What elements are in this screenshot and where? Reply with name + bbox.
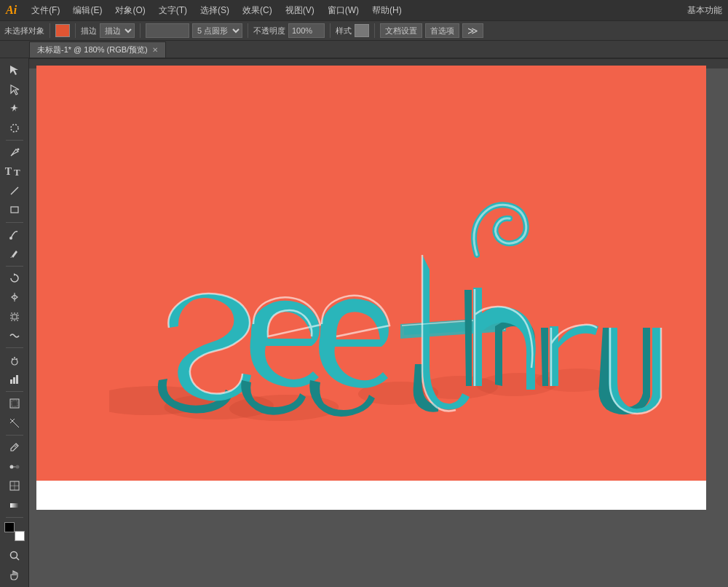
symbol-spray-tool-btn[interactable] <box>5 351 24 369</box>
bg-color-box[interactable] <box>15 531 25 541</box>
direct-select-tool-btn[interactable] <box>5 80 24 98</box>
menu-window[interactable]: 窗口(W) <box>322 3 365 18</box>
toolbar-sep-4 <box>248 23 248 38</box>
style-color-box[interactable] <box>355 24 369 37</box>
tool-sep-5 <box>6 391 23 392</box>
tab-name: 未标题-1* @ 180% (RGB/预览) <box>37 44 148 55</box>
eyedropper-tool-btn[interactable] <box>5 438 24 456</box>
chart-tool-btn[interactable] <box>5 371 24 388</box>
stroke-label: 描边 <box>81 25 97 36</box>
svg-rect-13 <box>10 379 12 384</box>
doc-settings-btn[interactable]: 文档设置 <box>380 23 422 38</box>
extra-btn[interactable]: ≫ <box>462 23 483 38</box>
menu-text[interactable]: 文字(T) <box>153 3 193 18</box>
tool-sep-2 <box>6 222 23 223</box>
main-area: T T <box>0 58 728 587</box>
stroke-select[interactable]: 描边 <box>100 23 135 38</box>
svg-rect-17 <box>12 401 17 406</box>
svg-point-20 <box>15 465 19 468</box>
menu-edit[interactable]: 编辑(E) <box>67 3 108 18</box>
pencil-tool-btn[interactable] <box>5 245 24 262</box>
svg-rect-7 <box>12 315 17 319</box>
tool-sep-4 <box>6 347 23 348</box>
text-tool-btn[interactable]: T T <box>5 162 24 180</box>
magic-wand-tool-btn[interactable] <box>5 100 24 117</box>
left-tool-panel: T T <box>0 58 29 587</box>
svg-point-0 <box>11 125 18 132</box>
menu-help[interactable]: 帮助(H) <box>366 3 408 18</box>
hand-tool-btn[interactable] <box>5 567 24 584</box>
scale-tool-btn[interactable] <box>5 307 24 325</box>
title-bar: Ai 文件(F) 编辑(E) 对象(O) 文字(T) 选择(S) 效果(C) 视… <box>0 0 728 20</box>
svg-point-9 <box>12 359 17 365</box>
toolbar-sep-1 <box>50 23 50 38</box>
svg-line-26 <box>16 557 19 560</box>
svg-point-19 <box>9 465 13 468</box>
svg-rect-24 <box>10 503 19 508</box>
select-tool-btn[interactable] <box>5 61 24 79</box>
menu-view[interactable]: 视图(V) <box>280 3 320 18</box>
menu-bar: 文件(F) 编辑(E) 对象(O) 文字(T) 选择(S) 效果(C) 视图(V… <box>25 3 678 18</box>
svg-point-12 <box>12 358 13 360</box>
artboard-tool-btn[interactable] <box>5 395 24 412</box>
mesh-tool-btn[interactable] <box>5 477 24 495</box>
stroke-shape-select[interactable]: 5 点圆形 <box>192 23 242 38</box>
preferences-btn[interactable]: 首选项 <box>425 23 459 38</box>
rotate-tool-btn[interactable] <box>5 269 24 287</box>
toolbar-sep-6 <box>374 23 375 38</box>
svg-rect-15 <box>16 375 18 384</box>
menu-effect[interactable]: 效果(C) <box>237 3 278 18</box>
svg-line-3 <box>11 187 18 194</box>
canvas-area[interactable]: .letter-3d-body { fill: #2ab5ba; } .lett… <box>29 58 728 587</box>
selection-label: 未选择对象 <box>4 25 44 36</box>
ai-logo: Ai <box>6 4 17 17</box>
artwork-canvas: .letter-3d-body { fill: #2ab5ba; } .lett… <box>109 109 692 459</box>
toolbar: 未选择对象 描边 描边 5 点圆形 不透明度 样式 文档设置 首选项 ≫ <box>0 20 728 41</box>
tool-sep-3 <box>6 266 23 267</box>
opacity-input[interactable] <box>288 23 325 38</box>
fill-color-box[interactable] <box>55 24 70 37</box>
blend-tool-btn[interactable] <box>5 458 24 476</box>
menu-object[interactable]: 对象(O) <box>109 3 151 18</box>
style-label: 样式 <box>336 25 352 36</box>
artboard-white-area <box>36 481 706 510</box>
paintbrush-tool-btn[interactable] <box>5 226 24 243</box>
pen-tool-btn[interactable] <box>5 143 24 161</box>
svg-rect-4 <box>11 207 18 213</box>
rect-tool-btn[interactable] <box>5 201 24 218</box>
gradient-tool-btn[interactable] <box>5 496 24 513</box>
tool-sep-7 <box>6 517 23 518</box>
fg-color-box[interactable] <box>4 522 15 532</box>
tool-sep-1 <box>6 140 23 141</box>
tool-sep-6 <box>6 435 23 436</box>
tab-close-btn[interactable]: ✕ <box>152 46 158 54</box>
workspace-label: 基本功能 <box>687 4 722 17</box>
warp-tool-btn[interactable] <box>5 327 24 344</box>
lasso-tool-btn[interactable] <box>5 119 24 136</box>
svg-point-11 <box>16 358 17 360</box>
svg-point-10 <box>14 357 15 358</box>
menu-file[interactable]: 文件(F) <box>25 3 66 18</box>
menu-select[interactable]: 选择(S) <box>194 3 235 18</box>
slice-tool-btn[interactable] <box>5 414 24 432</box>
tab-bar: 未标题-1* @ 180% (RGB/预览) ✕ <box>0 41 728 58</box>
svg-text:T: T <box>14 167 20 178</box>
toolbar-sep-2 <box>75 23 76 38</box>
svg-rect-14 <box>13 377 15 384</box>
toolbar-sep-3 <box>140 23 141 38</box>
svg-line-18 <box>15 445 17 447</box>
opacity-label: 不透明度 <box>253 25 285 36</box>
canvas-wrapper: .letter-3d-body { fill: #2ab5ba; } .lett… <box>36 66 721 587</box>
reflect-tool-btn[interactable] <box>5 288 24 306</box>
svg-point-1 <box>17 149 19 151</box>
doc-tab[interactable]: 未标题-1* @ 180% (RGB/预览) ✕ <box>29 42 166 58</box>
artboard: .letter-3d-body { fill: #2ab5ba; } .lett… <box>36 66 706 510</box>
svg-point-5 <box>9 237 12 240</box>
stroke-width-input[interactable] <box>146 23 189 38</box>
toolbar-sep-5 <box>330 23 331 38</box>
line-tool-btn[interactable] <box>5 182 24 200</box>
zoom-tool-btn[interactable] <box>5 547 24 564</box>
